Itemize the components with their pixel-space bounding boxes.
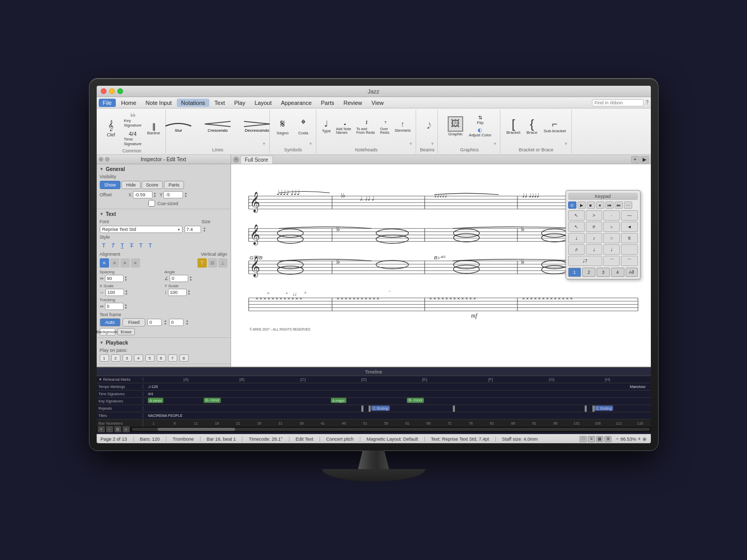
timeline-scroll-thumb[interactable] <box>158 428 235 431</box>
beams-expand-icon[interactable]: ▼ <box>430 142 434 146</box>
ribbon-search-input[interactable] <box>592 99 644 106</box>
kp-btn-whole[interactable]: ○ <box>603 233 620 243</box>
vert-align-top-btn[interactable]: ⊤ <box>197 258 207 268</box>
view-mode-2-btn[interactable]: ≡ <box>588 436 595 442</box>
style-superscript-btn[interactable]: T <box>137 241 145 250</box>
timeline-settings-btn[interactable]: ⚙ <box>114 426 121 432</box>
ribbon-btn-flip[interactable]: ⇅ Flip <box>467 114 493 126</box>
kp-btn-flat[interactable]: ♭ <box>603 222 620 232</box>
kp-btn-curve[interactable]: ⌒ <box>603 256 620 266</box>
style-italic-btn[interactable]: T <box>109 241 117 250</box>
vert-align-bot-btn[interactable]: ⊥ <box>218 258 227 268</box>
menu-review[interactable]: Review <box>339 99 366 107</box>
spacing-stepper[interactable]: ▲ ▼ <box>125 275 128 282</box>
score-tab-close-btn[interactable]: × <box>233 157 239 163</box>
kp-num-1[interactable]: 1 <box>568 268 582 277</box>
pass-btn-6[interactable]: 6 <box>157 354 166 362</box>
ribbon-btn-slur[interactable]: Slur <box>163 120 194 133</box>
kp-play-icon[interactable]: ▶ <box>577 201 586 209</box>
ribbon-btn-over-rests[interactable]: 𝄾 OverRests <box>378 117 391 136</box>
tracking-stepper[interactable]: ▲ ▼ <box>125 303 128 309</box>
offset-x-stepper[interactable]: ▲ ▼ <box>154 192 157 198</box>
bracket-expand-icon[interactable]: ▼ <box>564 142 568 146</box>
zoom-in-btn[interactable]: + <box>638 436 641 442</box>
ribbon-btn-to-from-rests[interactable]: 𝄽 To andFrom Rests <box>354 117 377 136</box>
menu-view[interactable]: View <box>368 99 388 107</box>
style-strikethrough-btn[interactable]: T <box>128 241 136 250</box>
kp-btn-note1[interactable]: ♬ <box>568 244 585 255</box>
kp-num-2[interactable]: 2 <box>582 268 596 277</box>
align-center-btn[interactable]: ≡ <box>110 258 119 268</box>
pass-btn-5[interactable]: 5 <box>145 354 155 362</box>
y-scale-input[interactable] <box>168 289 187 296</box>
timeline-remove-btn[interactable]: − <box>106 426 113 432</box>
kp-btn-note2[interactable]: ♩ <box>586 244 602 255</box>
kp-ff-icon[interactable]: ⏭ <box>615 201 623 209</box>
kp-btn-back[interactable]: ◄ <box>621 222 637 232</box>
style-underline-btn[interactable]: T <box>118 241 127 250</box>
menu-notations[interactable]: Notations <box>177 99 209 107</box>
kp-btn-empty[interactable] <box>621 244 637 255</box>
ribbon-btn-crescendo[interactable]: Crescendo <box>202 120 233 133</box>
symbols-expand-icon[interactable]: ▼ <box>309 142 313 146</box>
kp-btn-quarter[interactable]: ♩ <box>568 233 585 243</box>
x-scale-input[interactable] <box>105 289 124 296</box>
timeline-add-btn[interactable]: + <box>98 426 105 432</box>
background-btn[interactable]: Background <box>100 328 115 335</box>
kp-extra-icon[interactable]: ⋯ <box>624 201 632 209</box>
kp-btn-sharp[interactable]: # <box>586 222 602 232</box>
frame-width-stepper[interactable]: ▲ ▼ <box>164 319 167 325</box>
kp-cursor-icon[interactable]: ⊙ <box>568 201 576 209</box>
pass-btn-4[interactable]: 4 <box>134 354 143 362</box>
graphics-expand-icon[interactable]: ▼ <box>493 142 497 146</box>
vis-hide-btn[interactable]: Hide <box>121 181 141 189</box>
view-mode-1-btn[interactable]: □ <box>580 436 587 442</box>
kp-btn-7[interactable]: ♩7 <box>568 256 603 266</box>
angle-input[interactable] <box>170 275 188 282</box>
offset-y-input[interactable] <box>163 191 183 198</box>
ribbon-btn-bracket[interactable]: [ Bracket <box>504 116 522 136</box>
align-justify-btn[interactable]: ≡ <box>131 258 140 268</box>
style-subscript-btn[interactable]: T <box>146 241 155 250</box>
kp-rewind-icon[interactable]: ⏮ <box>605 201 614 209</box>
kp-btn-gt[interactable]: > <box>586 210 602 221</box>
vis-show-btn[interactable]: Show <box>100 181 121 189</box>
menu-parts[interactable]: Parts <box>317 99 339 107</box>
align-left-btn[interactable]: ≡ <box>100 258 109 268</box>
menu-home[interactable]: Home <box>117 99 140 107</box>
ribbon-btn-segno[interactable]: 𝄋 Segno <box>273 116 292 137</box>
inspector-minimize-btn[interactable] <box>105 157 110 162</box>
score-scroll-right-btn[interactable]: ▶ <box>641 156 649 163</box>
kp-stop-icon[interactable]: ■ <box>587 201 595 209</box>
kp-btn-9[interactable]: 9 <box>621 233 637 243</box>
offset-y-stepper[interactable]: ▲ ▼ <box>184 192 187 198</box>
vis-parts-btn[interactable]: Parts <box>164 181 184 189</box>
kp-btn-curve2[interactable]: ⌒ <box>621 256 637 266</box>
kp-num-4[interactable]: 4 <box>611 268 624 277</box>
kp-btn-arrow[interactable]: ↖ <box>568 222 585 232</box>
x-scale-stepper[interactable]: ▲ ▼ <box>125 289 128 295</box>
view-mode-4-btn[interactable]: ⊞ <box>604 436 612 442</box>
spacing-input[interactable] <box>105 275 124 282</box>
lines-expand-icon[interactable]: ▼ <box>262 142 266 146</box>
pass-btn-3[interactable]: 3 <box>123 354 132 362</box>
kp-btn-dash[interactable]: — <box>621 210 637 221</box>
angle-stepper[interactable]: ▲ ▼ <box>189 275 192 282</box>
kp-record-icon[interactable]: ● <box>596 201 604 209</box>
ribbon-btn-sub-bracket[interactable]: ⌐ Sub-bracket <box>541 118 568 135</box>
pass-btn-7[interactable]: 7 <box>168 354 177 362</box>
tracking-input[interactable] <box>105 303 124 310</box>
pass-btn-1[interactable]: 1 <box>100 354 109 362</box>
pass-btn-2[interactable]: 2 <box>111 354 120 362</box>
menu-text[interactable]: Text <box>210 99 229 107</box>
frame-height-stepper[interactable]: ▲ ▼ <box>186 319 189 325</box>
kp-btn-cursor[interactable]: ↖ <box>568 210 585 221</box>
close-button[interactable] <box>101 88 106 94</box>
ribbon-btn-time-signature[interactable]: 4/4 TimeSignature <box>123 130 143 147</box>
vis-score-btn[interactable]: Score <box>142 181 163 189</box>
menu-layout[interactable]: Layout <box>250 99 276 107</box>
inspector-close-btn[interactable]: × <box>99 157 103 162</box>
cue-sized-checkbox[interactable] <box>148 200 155 207</box>
kp-btn-eighth[interactable]: ♪ <box>586 233 602 243</box>
pass-btn-8[interactable]: 8 <box>179 354 189 362</box>
